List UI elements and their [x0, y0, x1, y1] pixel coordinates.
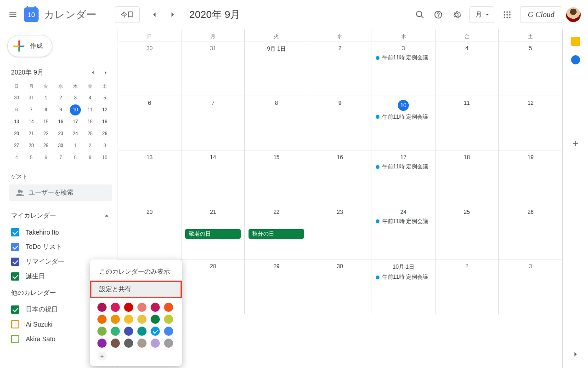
color-option[interactable]	[137, 303, 147, 312]
mini-day[interactable]: 16	[55, 116, 66, 127]
color-option[interactable]	[151, 327, 160, 336]
day-cell[interactable]: 30	[118, 41, 181, 96]
brand-button[interactable]: G Cloud	[520, 6, 562, 23]
color-option[interactable]	[137, 327, 147, 336]
mini-day[interactable]: 3	[70, 92, 81, 104]
day-cell[interactable]: 7	[181, 96, 245, 150]
apps-icon[interactable]	[498, 6, 516, 24]
mini-day[interactable]: 30	[11, 92, 22, 104]
avatar[interactable]	[566, 7, 581, 22]
mini-day[interactable]: 4	[85, 92, 96, 104]
mini-day[interactable]: 24	[70, 128, 81, 139]
color-option[interactable]	[151, 315, 160, 324]
next-month-button[interactable]	[164, 6, 182, 24]
day-cell[interactable]: 11	[435, 96, 499, 150]
mini-day[interactable]: 29	[40, 140, 51, 151]
color-option[interactable]	[111, 303, 120, 312]
color-option[interactable]	[111, 315, 120, 324]
tasks-icon[interactable]	[571, 55, 580, 64]
mini-prev-button[interactable]	[86, 66, 99, 79]
mini-day[interactable]: 10	[70, 104, 81, 115]
mini-next-button[interactable]	[99, 66, 112, 79]
mini-calendar[interactable]: 日月火水木金土303112345678910111213141516171819…	[6, 79, 116, 167]
day-cell[interactable]: 22秋分の日	[245, 205, 308, 259]
mini-day[interactable]: 6	[40, 152, 51, 163]
day-cell[interactable]: 17午前11時 定例会議	[372, 150, 435, 205]
day-cell[interactable]: 4	[435, 41, 499, 96]
event[interactable]: 午前11時 定例会議	[376, 53, 431, 62]
search-icon[interactable]	[411, 6, 429, 24]
today-button[interactable]: 今日	[115, 6, 140, 23]
calendar-checkbox[interactable]	[11, 305, 19, 314]
day-cell[interactable]: 25	[435, 205, 499, 259]
color-option[interactable]	[97, 327, 107, 336]
mini-day[interactable]: 28	[26, 140, 37, 151]
day-cell[interactable]: 8	[245, 96, 308, 150]
event[interactable]: 午前11時 定例会議	[376, 273, 431, 282]
mini-day[interactable]: 7	[55, 152, 66, 163]
day-cell[interactable]: 10午前11時 定例会議	[372, 96, 435, 150]
color-option[interactable]	[111, 339, 120, 348]
mini-day[interactable]: 15	[40, 116, 51, 127]
keep-icon[interactable]	[571, 37, 580, 46]
day-cell[interactable]: 31	[181, 41, 245, 96]
settings-and-sharing[interactable]: 設定と共有	[90, 281, 182, 298]
day-cell[interactable]: 2	[435, 259, 499, 314]
view-select[interactable]: 月	[469, 6, 494, 23]
mini-day[interactable]: 30	[55, 140, 66, 151]
calendar-checkbox[interactable]	[11, 243, 19, 251]
day-cell[interactable]: 12	[499, 96, 562, 150]
mini-day[interactable]: 4	[11, 152, 22, 163]
mini-day[interactable]: 12	[99, 104, 110, 115]
mini-day[interactable]: 1	[70, 140, 81, 151]
guest-search[interactable]: ユーザーを検索	[9, 184, 112, 201]
mini-day[interactable]: 6	[11, 104, 22, 115]
day-cell[interactable]: 15	[245, 150, 308, 205]
mini-day[interactable]: 27	[11, 140, 22, 151]
mini-day[interactable]: 2	[55, 92, 66, 104]
mini-day[interactable]: 22	[40, 128, 51, 139]
show-only-this-calendar[interactable]: このカレンダーのみ表示	[90, 263, 182, 281]
add-custom-color[interactable]: +	[97, 351, 107, 361]
color-option[interactable]	[124, 303, 133, 312]
mini-day[interactable]: 9	[85, 152, 96, 163]
day-cell[interactable]: 18	[435, 150, 499, 205]
day-cell[interactable]: 2	[308, 41, 372, 96]
menu-button[interactable]	[4, 6, 22, 24]
day-cell[interactable]: 14	[181, 150, 245, 205]
mini-day[interactable]: 23	[55, 128, 66, 139]
day-cell[interactable]: 19	[499, 150, 562, 205]
day-cell[interactable]: 21敬老の日	[181, 205, 245, 259]
color-option[interactable]	[111, 327, 120, 336]
day-cell[interactable]: 20	[118, 205, 181, 259]
color-option[interactable]	[137, 315, 147, 324]
day-cell[interactable]: 3午前11時 定例会議	[372, 41, 435, 96]
color-option[interactable]	[151, 339, 160, 348]
mini-day[interactable]: 11	[85, 104, 96, 115]
calendar-checkbox[interactable]	[11, 320, 19, 328]
color-option[interactable]	[124, 339, 133, 348]
prev-month-button[interactable]	[145, 6, 164, 24]
day-cell[interactable]: 16	[308, 150, 372, 205]
mini-day[interactable]: 5	[26, 152, 37, 163]
create-button[interactable]: 作成	[7, 35, 52, 57]
mini-day[interactable]: 20	[11, 128, 22, 139]
color-option[interactable]	[124, 315, 133, 324]
mini-day[interactable]: 8	[70, 152, 81, 163]
color-option[interactable]	[97, 339, 107, 348]
color-option[interactable]	[124, 327, 133, 336]
mini-day[interactable]: 21	[26, 128, 37, 139]
event[interactable]: 午前11時 定例会議	[376, 113, 431, 121]
mini-day[interactable]: 8	[40, 104, 51, 115]
mini-day[interactable]: 1	[40, 92, 51, 104]
color-option[interactable]	[97, 315, 107, 324]
settings-icon[interactable]	[447, 6, 466, 24]
event[interactable]: 午前11時 定例会議	[376, 217, 431, 226]
day-cell[interactable]: 13	[118, 150, 181, 205]
day-cell[interactable]: 24午前11時 定例会議	[372, 205, 435, 259]
color-option[interactable]	[164, 327, 173, 336]
day-cell[interactable]: 30	[308, 259, 372, 314]
mini-day[interactable]: 3	[99, 140, 110, 151]
holiday-event[interactable]: 敬老の日	[185, 229, 241, 239]
calendar-checkbox[interactable]	[11, 258, 19, 266]
